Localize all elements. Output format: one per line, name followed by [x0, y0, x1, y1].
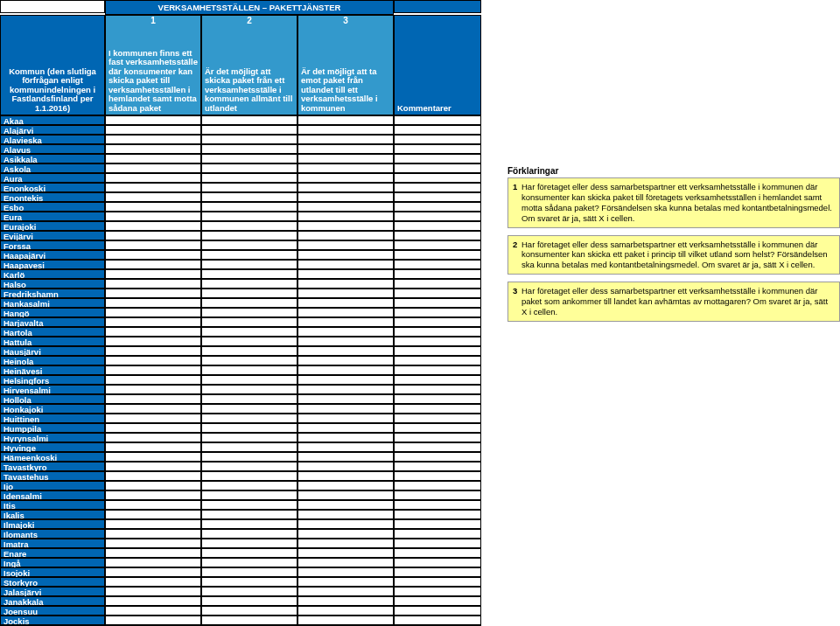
data-cell[interactable]	[201, 423, 298, 433]
data-cell[interactable]	[298, 500, 394, 510]
data-cell[interactable]	[298, 202, 394, 212]
data-cell[interactable]	[298, 616, 394, 625]
data-cell[interactable]	[201, 490, 298, 500]
data-cell[interactable]	[105, 500, 201, 510]
data-cell[interactable]	[201, 337, 298, 346]
data-cell[interactable]	[201, 240, 298, 250]
data-cell[interactable]	[394, 192, 481, 202]
data-cell[interactable]	[298, 183, 394, 192]
data-cell[interactable]	[298, 144, 394, 154]
data-cell[interactable]	[105, 173, 201, 183]
data-cell[interactable]	[105, 346, 201, 356]
data-cell[interactable]	[394, 212, 481, 221]
data-cell[interactable]	[298, 125, 394, 135]
data-cell[interactable]	[394, 606, 481, 616]
data-cell[interactable]	[394, 115, 481, 125]
data-cell[interactable]	[201, 365, 298, 375]
data-cell[interactable]	[201, 173, 298, 183]
data-cell[interactable]	[298, 192, 394, 202]
data-cell[interactable]	[298, 548, 394, 558]
data-cell[interactable]	[105, 279, 201, 289]
data-cell[interactable]	[201, 539, 298, 548]
data-cell[interactable]	[394, 308, 481, 317]
data-cell[interactable]	[298, 471, 394, 481]
data-cell[interactable]	[298, 346, 394, 356]
data-cell[interactable]	[201, 356, 298, 365]
data-cell[interactable]	[394, 577, 481, 587]
data-cell[interactable]	[298, 212, 394, 221]
data-cell[interactable]	[298, 135, 394, 144]
data-cell[interactable]	[298, 308, 394, 317]
data-cell[interactable]	[298, 154, 394, 163]
data-cell[interactable]	[105, 337, 201, 346]
data-cell[interactable]	[201, 279, 298, 289]
data-cell[interactable]	[201, 221, 298, 231]
data-cell[interactable]	[394, 240, 481, 250]
data-cell[interactable]	[105, 596, 201, 606]
data-cell[interactable]	[394, 423, 481, 433]
data-cell[interactable]	[298, 279, 394, 289]
data-cell[interactable]	[298, 385, 394, 394]
data-cell[interactable]	[105, 327, 201, 337]
data-cell[interactable]	[394, 414, 481, 423]
data-cell[interactable]	[105, 616, 201, 625]
data-cell[interactable]	[394, 539, 481, 548]
data-cell[interactable]	[105, 212, 201, 221]
data-cell[interactable]	[298, 221, 394, 231]
data-cell[interactable]	[201, 394, 298, 404]
data-cell[interactable]	[394, 404, 481, 414]
data-cell[interactable]	[201, 385, 298, 394]
data-cell[interactable]	[105, 587, 201, 596]
data-cell[interactable]	[105, 154, 201, 163]
data-cell[interactable]	[394, 202, 481, 212]
data-cell[interactable]	[298, 423, 394, 433]
data-cell[interactable]	[394, 375, 481, 385]
data-cell[interactable]	[105, 192, 201, 202]
data-cell[interactable]	[201, 327, 298, 337]
data-cell[interactable]	[201, 144, 298, 154]
data-cell[interactable]	[298, 365, 394, 375]
data-cell[interactable]	[394, 442, 481, 452]
data-cell[interactable]	[394, 346, 481, 356]
data-cell[interactable]	[201, 183, 298, 192]
data-cell[interactable]	[394, 327, 481, 337]
data-cell[interactable]	[394, 135, 481, 144]
data-cell[interactable]	[394, 587, 481, 596]
data-cell[interactable]	[201, 452, 298, 462]
data-cell[interactable]	[105, 144, 201, 154]
data-cell[interactable]	[105, 115, 201, 125]
data-cell[interactable]	[394, 231, 481, 240]
data-cell[interactable]	[105, 269, 201, 279]
data-cell[interactable]	[394, 289, 481, 298]
data-cell[interactable]	[394, 365, 481, 375]
data-cell[interactable]	[201, 471, 298, 481]
data-cell[interactable]	[298, 481, 394, 490]
data-cell[interactable]	[105, 529, 201, 539]
data-cell[interactable]	[394, 529, 481, 539]
data-cell[interactable]	[298, 462, 394, 471]
data-cell[interactable]	[105, 289, 201, 298]
data-cell[interactable]	[394, 548, 481, 558]
data-cell[interactable]	[394, 298, 481, 308]
data-cell[interactable]	[105, 452, 201, 462]
data-cell[interactable]	[201, 163, 298, 173]
data-cell[interactable]	[394, 616, 481, 625]
data-cell[interactable]	[105, 548, 201, 558]
data-cell[interactable]	[394, 279, 481, 289]
data-cell[interactable]	[394, 221, 481, 231]
data-cell[interactable]	[201, 154, 298, 163]
data-cell[interactable]	[298, 356, 394, 365]
data-cell[interactable]	[201, 308, 298, 317]
data-cell[interactable]	[394, 510, 481, 519]
data-cell[interactable]	[105, 163, 201, 173]
data-cell[interactable]	[105, 356, 201, 365]
data-cell[interactable]	[201, 202, 298, 212]
data-cell[interactable]	[201, 115, 298, 125]
data-cell[interactable]	[394, 490, 481, 500]
data-cell[interactable]	[298, 442, 394, 452]
data-cell[interactable]	[394, 269, 481, 279]
data-cell[interactable]	[201, 596, 298, 606]
data-cell[interactable]	[201, 414, 298, 423]
data-cell[interactable]	[201, 250, 298, 260]
data-cell[interactable]	[105, 433, 201, 442]
